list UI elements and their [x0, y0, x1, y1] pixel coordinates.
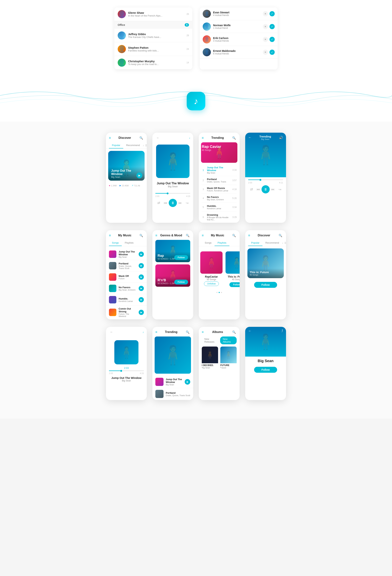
genre-rap-sep: • — [169, 258, 169, 260]
search-icon[interactable]: 🔍 — [139, 135, 144, 141]
share-icon: ↗ — [131, 184, 133, 187]
mymusic-song-3[interactable]: Mask Off Future ▶ — [106, 271, 147, 283]
album-future[interactable]: 🧍 FUTURE Future — [220, 346, 237, 369]
fullscreen-shuffle-button[interactable]: ⇄ — [248, 186, 255, 193]
mymusic-song-1[interactable]: Jump Out The Window Big Sean ▶ — [106, 248, 147, 260]
song-row-3[interactable]: 3 Mask Off Remix Future, Kendrick Lamar … — [202, 185, 237, 194]
song-row-2[interactable]: 2 Portland Drake, Quove, Travis 3:57 — [202, 176, 237, 185]
chat-item-christopher[interactable]: 👤 Christopher Murphy To keep you on the … — [114, 56, 192, 69]
mini-progress-bar[interactable] — [109, 371, 144, 371]
play-count: 23.45M — [122, 184, 129, 187]
discover2-search-icon[interactable]: 🔍 — [278, 233, 283, 238]
genres-search-icon[interactable]: 🔍 — [185, 233, 190, 238]
song-row-1[interactable]: 1 Jump Out The Window Big Sean 3:34 — [202, 164, 237, 176]
artist-back-icon[interactable]: ← — [248, 329, 252, 333]
unfollow-rapcaviar-button[interactable]: Unfollow — [204, 282, 219, 286]
tab-new-releases[interactable]: New Releases — [202, 337, 220, 344]
pause-button[interactable]: ⏸ — [169, 199, 177, 207]
fullscreen-progress-bar[interactable] — [248, 179, 283, 180]
trending2-song-1[interactable]: Jump Out The Window Big Sean ▶ — [152, 376, 193, 388]
playlists-menu-icon[interactable]: ≡ — [202, 233, 204, 237]
chat-item-jeffrey[interactable]: 👤 Jeffrey Gibbs The Kansas City Chiefs h… — [114, 29, 192, 42]
shuffle-button[interactable]: ⇄ — [155, 200, 162, 206]
album-idecided[interactable]: 🧍 I DECIDED. Big Sean — [202, 346, 218, 369]
accept-erik-button[interactable]: ✓ — [269, 37, 275, 42]
tab-playlists[interactable]: Playlists — [122, 240, 137, 246]
artist-follow-button[interactable]: Follow — [254, 367, 277, 373]
song-row-5[interactable]: 5 Humble. Kendrick Lamar 3:34 — [202, 203, 237, 212]
play-song-3-button[interactable]: ▶ — [139, 274, 144, 280]
random-button[interactable]: ↝ — [183, 200, 190, 206]
play-song-4-button[interactable]: ▶ — [139, 286, 144, 291]
tab-playlists-active[interactable]: Playlists — [214, 240, 229, 246]
chat-item-stephen[interactable]: 👤 Stephen Patton Families traveling with… — [114, 42, 192, 56]
decline-norman-button[interactable]: ✕ — [263, 24, 268, 29]
decline-evan-button[interactable]: ✕ — [263, 11, 268, 16]
fullscreen-random-button[interactable]: ↝ — [276, 186, 283, 193]
decline-ernest-button[interactable]: ✕ — [263, 50, 268, 55]
albums-tabs-list: New Releases New Albums — [199, 337, 240, 344]
song-title-4: No Favors — [207, 196, 230, 199]
prev-button[interactable]: ⏮ — [162, 200, 169, 206]
accept-evan-button[interactable]: ✓ — [269, 11, 275, 16]
song-dur-6: 3:29 — [232, 216, 237, 219]
follow-rap-button[interactable]: Follow — [174, 255, 188, 260]
albums-menu-icon[interactable]: ≡ — [202, 330, 204, 334]
discover2-music-icon: ♪ — [282, 242, 284, 244]
accept-norman-button[interactable]: ✓ — [269, 24, 275, 29]
play-song-2-button[interactable]: ▶ — [139, 263, 144, 268]
tab2-popular[interactable]: Popular — [248, 240, 262, 246]
artist-share-icon[interactable]: ⤴ — [281, 329, 283, 333]
follow-rnb-button[interactable]: Follow — [174, 280, 188, 285]
mymusic-song-4[interactable]: No Favors Big Sean, Eminem ▶ — [106, 283, 147, 294]
trending-search-icon[interactable]: 🔍 — [232, 135, 237, 141]
music-app-icon[interactable]: ♪ — [187, 92, 205, 110]
play-song-1-button[interactable]: ▶ — [139, 252, 144, 257]
mymusic-song-2[interactable]: Portland Drake, Quove, Travis Scott ▶ — [106, 260, 147, 271]
albums-search-icon[interactable]: 🔍 — [232, 329, 237, 335]
tab-recommend[interactable]: Recommend — [123, 142, 143, 148]
friend-item-erik: 👤 Erik Carlson 3 mutual friends ✕ ✓ — [200, 33, 278, 46]
fullscreen-pause-button[interactable]: ⏸ — [261, 185, 270, 193]
phone-trending2: ≡ Trending 🔍 🧍 Jump Out The Window Big S… — [152, 327, 193, 400]
fullscreen-prev-button[interactable]: ⏮ — [255, 186, 261, 193]
tab-popular[interactable]: Popular — [109, 142, 123, 148]
trending2-play-1-button[interactable]: ▶ — [185, 379, 190, 385]
mini-back-icon[interactable]: ← — [109, 329, 114, 335]
progress-bar[interactable] — [155, 193, 190, 194]
tab-new-albums[interactable]: New Albums — [220, 337, 237, 344]
fullscreen-hero: 🧍 ← Trending Big Sean 🔊 — [245, 133, 286, 177]
genres-menu-icon[interactable]: ≡ — [155, 233, 157, 237]
trending2-menu-icon[interactable]: ≡ — [155, 330, 157, 334]
discover2-menu-icon[interactable]: ≡ — [248, 233, 250, 237]
song-row-6[interactable]: 6 Drowning A Boogie Wit da Hoodie feat K… — [202, 212, 237, 223]
play-song-5-button[interactable]: ▶ — [139, 297, 144, 302]
chat-time-glennshaw: 26 — [186, 13, 189, 15]
mymusic-search-icon[interactable]: 🔍 — [139, 233, 144, 238]
menu-icon[interactable]: ≡ — [109, 136, 111, 140]
next-button[interactable]: ⏭ — [177, 200, 183, 206]
follow-future-button[interactable]: Follow — [229, 282, 240, 287]
mymusic-song-6[interactable]: Comin Out Strong Future, The Weeknd ▶ — [106, 305, 147, 319]
discover2-follow-button[interactable]: Follow — [254, 282, 277, 288]
accept-ernest-button[interactable]: ✓ — [269, 50, 275, 55]
trending2-search-icon[interactable]: 🔍 — [185, 329, 190, 335]
mymusic-menu-icon[interactable]: ≡ — [109, 233, 111, 237]
tab2-recommend[interactable]: Recommend — [262, 240, 282, 246]
back-arrow-icon[interactable]: ← — [155, 135, 160, 141]
chat-item-glennshaw[interactable]: 👤 Glenn Shaw In the heart of the French … — [114, 7, 192, 21]
trending-menu-icon[interactable]: ≡ — [202, 136, 204, 140]
decline-erik-button[interactable]: ✕ — [263, 37, 268, 42]
fullscreen-back-icon[interactable]: ← — [248, 136, 252, 140]
playlists-search-icon[interactable]: 🔍 — [232, 233, 237, 238]
mymusic-song-5[interactable]: Humble. Kendrick Lamar ▶ — [106, 294, 147, 305]
playlist-rapcaviar: 🧍 RapCaviar 50 Songs Unfollow — [199, 248, 224, 290]
tab-songs[interactable]: Songs — [109, 240, 122, 246]
discover-play-button[interactable]: ▶ — [136, 173, 142, 178]
song-row-4[interactable]: 4 No Favors Big Sean, Eminem 5:26 — [202, 194, 237, 203]
trending2-song-2[interactable]: Portland Drake, Quove, Travis Scott — [152, 388, 193, 400]
play-song-6-button[interactable]: ▶ — [139, 310, 144, 315]
fullscreen-next-button[interactable]: ⏭ — [270, 186, 276, 193]
tab-songs-inactive[interactable]: Songs — [202, 240, 214, 246]
volume-icon[interactable]: 🔊 — [279, 136, 283, 140]
